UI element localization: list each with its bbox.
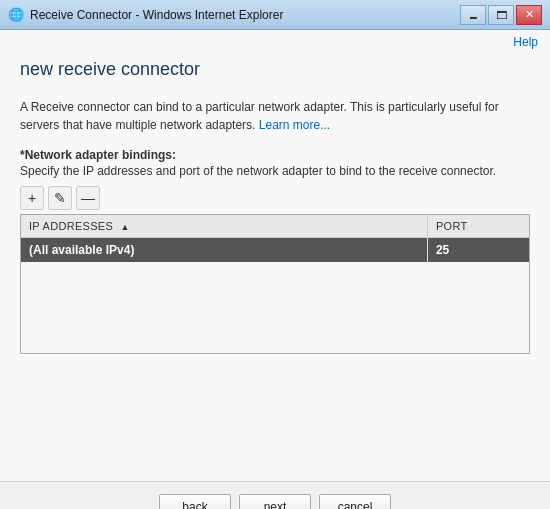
description-text: A Receive connector can bind to a partic… xyxy=(20,98,530,134)
title-bar: 🌐 Receive Connector - Windows Internet E… xyxy=(0,0,550,30)
back-button[interactable]: back xyxy=(159,494,231,510)
next-button[interactable]: next xyxy=(239,494,311,510)
table-row[interactable]: (All available IPv4)25 xyxy=(21,238,529,263)
col-header-port[interactable]: PORT xyxy=(427,215,529,238)
edit-binding-button[interactable]: ✎ xyxy=(48,186,72,210)
window-title: Receive Connector - Windows Internet Exp… xyxy=(30,8,283,22)
bindings-table-wrapper: IP ADDRESSES ▲ PORT (All available IPv4)… xyxy=(20,214,530,354)
help-bar: Help xyxy=(0,30,550,49)
section-heading: *Network adapter bindings: xyxy=(20,148,530,162)
desc-line2: servers that have multiple network adapt… xyxy=(20,118,255,132)
col-header-ip[interactable]: IP ADDRESSES ▲ xyxy=(21,215,427,238)
section-heading-text: Network adapter bindings: xyxy=(25,148,176,162)
help-link[interactable]: Help xyxy=(513,35,538,49)
table-header-row: IP ADDRESSES ▲ PORT xyxy=(21,215,529,238)
remove-binding-button[interactable]: — xyxy=(76,186,100,210)
sort-arrow-icon: ▲ xyxy=(120,222,129,232)
desc-line1: A Receive connector can bind to a partic… xyxy=(20,100,499,114)
page-title: new receive connector xyxy=(20,59,530,80)
window-body: Help new receive connector A Receive con… xyxy=(0,30,550,481)
bindings-table: IP ADDRESSES ▲ PORT (All available IPv4)… xyxy=(21,215,529,262)
app-icon: 🌐 xyxy=(8,7,24,23)
page-content: new receive connector A Receive connecto… xyxy=(0,49,550,481)
table-body: (All available IPv4)25 xyxy=(21,238,529,263)
minimize-button[interactable]: 🗕 xyxy=(460,5,486,25)
add-binding-button[interactable]: + xyxy=(20,186,44,210)
bindings-toolbar: + ✎ — xyxy=(20,186,530,210)
close-button[interactable]: ✕ xyxy=(516,5,542,25)
table-cell-port: 25 xyxy=(427,238,529,263)
window-controls: 🗕 🗖 ✕ xyxy=(460,5,542,25)
section-description: Specify the IP addresses and port of the… xyxy=(20,164,530,178)
learn-more-link[interactable]: Learn more... xyxy=(259,118,330,132)
button-bar: back next cancel xyxy=(0,481,550,509)
table-cell-ip: (All available IPv4) xyxy=(21,238,427,263)
maximize-button[interactable]: 🗖 xyxy=(488,5,514,25)
cancel-button[interactable]: cancel xyxy=(319,494,391,510)
